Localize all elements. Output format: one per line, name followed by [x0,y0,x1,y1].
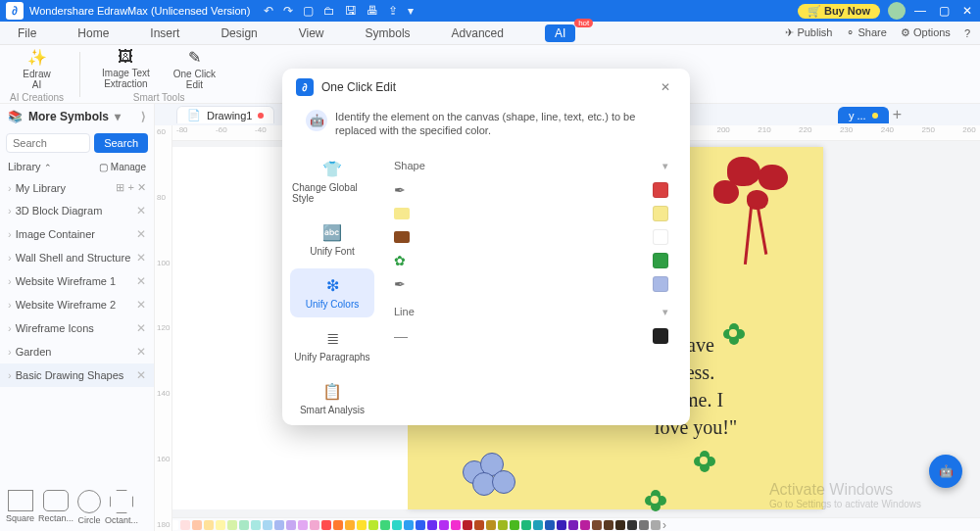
modal-side-item[interactable]: 🔤Unify Font [290,216,374,265]
current-color [394,208,410,219]
modal-side-item[interactable]: ≣Unify Paragraphs [290,321,374,370]
modal-side-item[interactable]: 👕Change Global Style [290,152,374,212]
chevron-down-icon: ▾ [662,160,668,172]
modal-title: One Click Edit [321,80,647,94]
side-icon: 🔤 [322,223,342,242]
assistant-avatar-icon: 🤖 [306,110,327,131]
color-pair-row: ✿ [390,249,672,272]
side-icon: 📋 [322,382,342,401]
modal-logo-icon: ∂ [296,78,314,96]
modal-side-item[interactable]: 📋Smart Analysis [290,374,374,423]
current-color [394,231,410,243]
target-color-swatch[interactable] [653,328,668,344]
chevron-down-icon: ▾ [662,306,668,318]
target-color-swatch[interactable] [653,229,668,245]
color-pair-row [390,202,672,225]
color-pair-row: — [390,324,672,348]
target-color-swatch[interactable] [653,206,668,221]
target-color-swatch[interactable] [653,253,668,268]
shape-section-header[interactable]: Shape▾ [390,154,672,178]
one-click-edit-modal: ∂ One Click Edit ✕ 🤖 Identify the elemen… [282,69,690,425]
side-icon: ≣ [326,329,339,348]
modal-description: Identify the element on the canvas (shap… [335,110,670,138]
color-pair-row: ✒ [390,178,672,202]
line-section-header[interactable]: Line▾ [390,300,672,324]
current-color: — [394,328,408,344]
side-icon: 👕 [322,160,342,178]
modal-close-button[interactable]: ✕ [655,78,676,96]
current-color: ✒ [394,276,406,292]
side-icon: ❇ [326,276,339,295]
current-color: ✒ [394,182,406,198]
target-color-swatch[interactable] [653,182,668,198]
color-pair-row: ✒ [390,272,672,296]
color-pair-row [390,225,672,249]
current-color: ✿ [394,253,406,268]
target-color-swatch[interactable] [653,276,668,292]
modal-side-item[interactable]: ❇Unify Colors [290,268,374,317]
